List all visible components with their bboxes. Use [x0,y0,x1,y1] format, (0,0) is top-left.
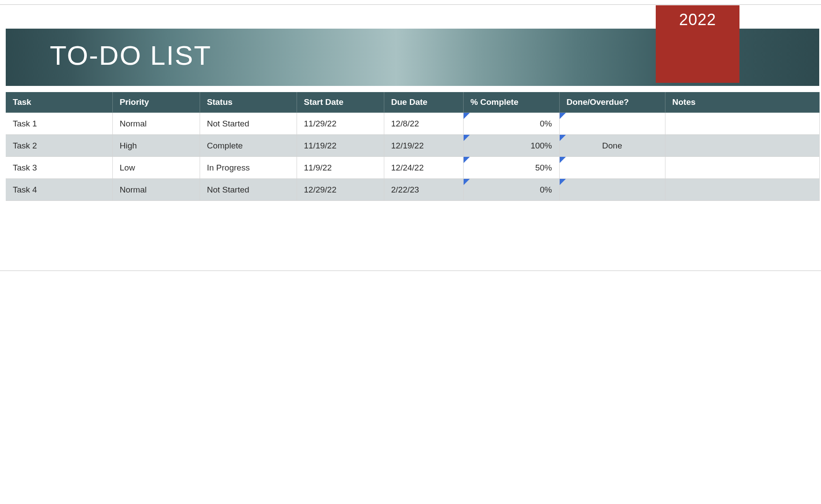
cell-notes[interactable] [665,179,819,201]
cell-due[interactable]: 2/22/23 [384,179,463,201]
cell-task[interactable]: Task 3 [6,157,112,179]
cell-pct[interactable]: 0% [463,113,559,135]
cell-notes[interactable] [665,135,819,157]
pct-value: 0% [540,119,552,128]
col-header-due[interactable]: Due Date [384,92,463,113]
cell-start[interactable]: 12/29/22 [297,179,384,201]
cell-status[interactable]: In Progress [200,157,297,179]
col-header-task[interactable]: Task [6,92,112,113]
comment-flag-icon [560,113,566,119]
col-header-priority[interactable]: Priority [112,92,200,113]
table-row: Task 4 Normal Not Started 12/29/22 2/22/… [6,179,819,201]
year-text: 2022 [679,11,716,83]
cell-done[interactable] [559,113,665,135]
col-header-status[interactable]: Status [200,92,297,113]
cell-notes[interactable] [665,113,819,135]
comment-flag-icon [464,135,470,141]
table-body: Task 1 Normal Not Started 11/29/22 12/8/… [6,113,819,201]
cell-priority[interactable]: Normal [112,113,200,135]
table-row: Task 1 Normal Not Started 11/29/22 12/8/… [6,113,819,135]
cell-due[interactable]: 12/24/22 [384,157,463,179]
done-value: Done [602,141,622,150]
cell-status[interactable]: Complete [200,135,297,157]
cell-pct[interactable]: 50% [463,157,559,179]
comment-flag-icon [560,157,566,163]
comment-flag-icon [464,157,470,163]
cell-task[interactable]: Task 2 [6,135,112,157]
col-header-pct[interactable]: % Complete [463,92,559,113]
cell-done[interactable]: Done [559,135,665,157]
cell-done[interactable] [559,157,665,179]
cell-pct[interactable]: 100% [463,135,559,157]
table-row: Task 3 Low In Progress 11/9/22 12/24/22 … [6,157,819,179]
cell-pct[interactable]: 0% [463,179,559,201]
pct-value: 0% [540,185,552,194]
bottom-border [0,271,821,271]
cell-start[interactable]: 11/29/22 [297,113,384,135]
cell-due[interactable]: 12/19/22 [384,135,463,157]
cell-done[interactable] [559,179,665,201]
cell-priority[interactable]: High [112,135,200,157]
col-header-done[interactable]: Done/Overdue? [559,92,665,113]
cell-task[interactable]: Task 1 [6,113,112,135]
cell-priority[interactable]: Normal [112,179,200,201]
cell-start[interactable]: 11/19/22 [297,135,384,157]
comment-flag-icon [464,179,470,185]
todo-table: Task Priority Status Start Date Due Date… [6,92,820,201]
cell-status[interactable]: Not Started [200,113,297,135]
cell-task[interactable]: Task 4 [6,179,112,201]
pct-value: 100% [531,141,552,150]
top-border [0,4,821,5]
comment-flag-icon [560,179,566,185]
page-title: TO-DO LIST [50,40,212,71]
table-header-row: Task Priority Status Start Date Due Date… [6,92,819,113]
cell-priority[interactable]: Low [112,157,200,179]
cell-notes[interactable] [665,157,819,179]
comment-flag-icon [464,113,470,119]
pct-value: 50% [535,163,552,172]
col-header-start[interactable]: Start Date [297,92,384,113]
col-header-notes[interactable]: Notes [665,92,819,113]
cell-start[interactable]: 11/9/22 [297,157,384,179]
cell-status[interactable]: Not Started [200,179,297,201]
table-row: Task 2 High Complete 11/19/22 12/19/22 1… [6,135,819,157]
year-badge: 2022 [656,5,739,83]
cell-due[interactable]: 12/8/22 [384,113,463,135]
comment-flag-icon [560,135,566,141]
